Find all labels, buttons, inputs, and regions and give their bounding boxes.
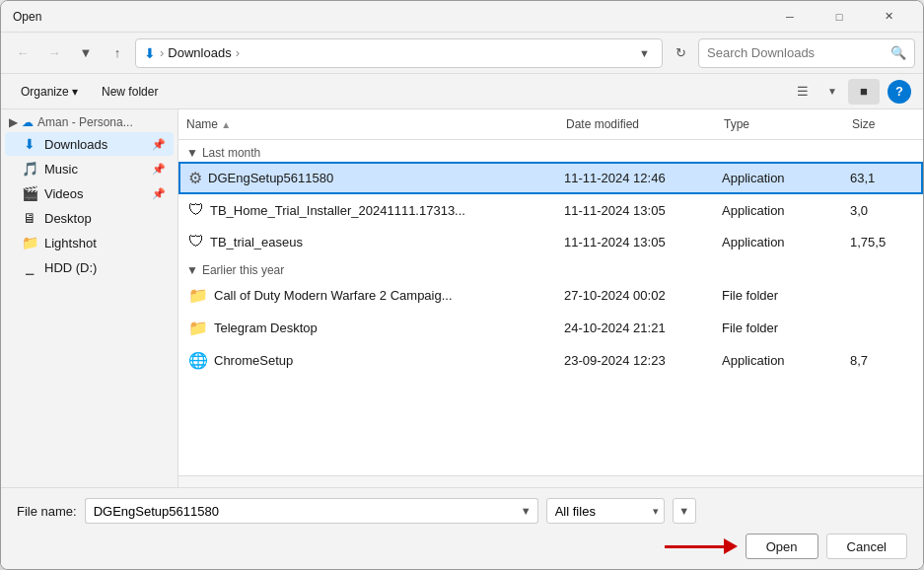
cancel-button[interactable]: Cancel bbox=[826, 534, 907, 559]
sidebar-label-music: Music bbox=[44, 162, 146, 177]
table-row[interactable]: 🛡 TB_Home_Trial_Installer_20241111.17313… bbox=[178, 194, 923, 226]
close-button[interactable]: ✕ bbox=[866, 3, 911, 31]
back-button[interactable]: ← bbox=[9, 39, 36, 67]
refresh-button[interactable]: ↻ bbox=[667, 39, 694, 67]
search-icon: 🔍 bbox=[890, 45, 906, 60]
file-cell-date: 11-11-2024 13:05 bbox=[556, 196, 714, 224]
path-separator2: › bbox=[236, 45, 240, 60]
file-area: Name ▲ Date modified Type Size ▼ Last mo… bbox=[178, 109, 923, 487]
file-name-tb1: TB_Home_Trial_Installer_20241111.17313..… bbox=[210, 203, 465, 218]
file-icon-tb2: 🛡 bbox=[188, 233, 204, 250]
horizontal-scrollbar[interactable] bbox=[178, 475, 923, 487]
file-cell-name: 🛡 TB_Home_Trial_Installer_20241111.17313… bbox=[180, 196, 556, 224]
file-cell-type: Application bbox=[714, 164, 842, 192]
sidebar-label-hdd: HDD (D:) bbox=[44, 260, 166, 275]
sidebar-item-videos[interactable]: 🎬 Videos 📌 bbox=[5, 181, 174, 205]
search-input[interactable] bbox=[707, 45, 887, 60]
desktop-icon: 🖥 bbox=[21, 210, 38, 226]
file-cell-type: Application bbox=[714, 346, 842, 375]
action-row: Open Cancel bbox=[17, 534, 907, 559]
sidebar-label-lightshot: Lightshot bbox=[44, 236, 166, 250]
sidebar-item-lightshot[interactable]: 📁 Lightshot bbox=[5, 231, 174, 254]
view-list-button[interactable]: ☰ bbox=[789, 79, 817, 105]
file-cell-size: 1,75,5 bbox=[842, 228, 921, 255]
filename-dropdown-button[interactable]: ▼ bbox=[515, 498, 538, 524]
path-separator: › bbox=[160, 45, 164, 60]
open-button[interactable]: Open bbox=[746, 534, 818, 559]
file-icon-cod: 📁 bbox=[188, 286, 208, 305]
sidebar-item-downloads[interactable]: ⬇ Downloads 📌 bbox=[5, 132, 174, 156]
view-panel-button[interactable]: ■ bbox=[848, 79, 880, 105]
address-bar[interactable]: ⬇ › Downloads › ▼ bbox=[135, 38, 663, 68]
bottom-bar: File name: ▼ All files ▼ Open Cancel bbox=[1, 487, 923, 569]
table-row[interactable]: 🌐 ChromeSetup 23-09-2024 12:23 Applicati… bbox=[178, 344, 923, 377]
file-cell-type: File folder bbox=[714, 281, 842, 310]
sort-arrow-name: ▲ bbox=[221, 119, 231, 130]
group-expand-icon: ▶ bbox=[9, 115, 18, 129]
section-last-month[interactable]: ▼ Last month bbox=[178, 140, 923, 162]
file-cell-size: 3,0 bbox=[842, 196, 921, 224]
up-button[interactable]: ↑ bbox=[104, 39, 131, 67]
section-collapse-icon2: ▼ bbox=[186, 263, 198, 277]
filename-input-group: ▼ bbox=[85, 498, 538, 524]
file-cell-date: 23-09-2024 12:23 bbox=[556, 346, 714, 375]
file-cell-size: 8,7 bbox=[842, 346, 921, 375]
organize-button[interactable]: Organize ▾ bbox=[13, 79, 86, 105]
file-cell-name: 📁 Call of Duty Modern Warfare 2 Campaig.… bbox=[180, 281, 556, 310]
table-row[interactable]: 🛡 TB_trial_easeus 11-11-2024 13:05 Appli… bbox=[178, 226, 923, 257]
table-row[interactable]: 📁 Telegram Desktop 24-10-2024 21:21 File… bbox=[178, 312, 923, 344]
col-header-size[interactable]: Size bbox=[844, 113, 923, 135]
file-icon-dgeng: ⚙ bbox=[188, 169, 202, 187]
sidebar-item-desktop[interactable]: 🖥 Desktop bbox=[5, 206, 174, 230]
recent-button[interactable]: ▼ bbox=[72, 39, 100, 67]
new-folder-button[interactable]: New folder bbox=[94, 79, 166, 105]
title-bar: Open ─ □ ✕ bbox=[1, 1, 923, 33]
arrow-line bbox=[665, 545, 724, 548]
file-cell-type: Application bbox=[714, 196, 842, 224]
filename-input[interactable] bbox=[85, 498, 515, 524]
pin-icon-music: 📌 bbox=[152, 163, 166, 176]
file-name-dgeng: DGEngSetup5611580 bbox=[208, 171, 333, 185]
file-name-tb2: TB_trial_easeus bbox=[210, 235, 303, 249]
file-cell-date: 11-11-2024 13:05 bbox=[556, 228, 714, 255]
sidebar-item-hdd[interactable]: ⎯ HDD (D:) bbox=[5, 255, 174, 279]
col-header-date[interactable]: Date modified bbox=[558, 113, 716, 135]
col-header-name[interactable]: Name ▲ bbox=[178, 113, 558, 135]
dialog-title: Open bbox=[13, 10, 41, 24]
file-cell-name: ⚙ DGEngSetup5611580 bbox=[180, 164, 556, 192]
nav-bar: ← → ▼ ↑ ⬇ › Downloads › ▼ ↻ 🔍 bbox=[1, 33, 923, 74]
section-earlier-year[interactable]: ▼ Earlier this year bbox=[178, 257, 923, 279]
address-dropdown-icon[interactable]: ▼ bbox=[635, 47, 654, 59]
sidebar-label-videos: Videos bbox=[44, 186, 146, 201]
file-cell-name: 🌐 ChromeSetup bbox=[180, 346, 556, 375]
sidebar-group-header[interactable]: ▶ ☁ Aman - Persona... bbox=[1, 109, 178, 131]
file-cell-size bbox=[842, 314, 921, 342]
pin-icon-downloads: 📌 bbox=[152, 138, 166, 151]
file-cell-size: 63,1 bbox=[842, 164, 921, 192]
file-cell-date: 24-10-2024 21:21 bbox=[556, 314, 714, 342]
filetype-dropdown-button[interactable]: ▼ bbox=[673, 498, 696, 524]
col-header-type[interactable]: Type bbox=[716, 113, 844, 135]
toolbar: Organize ▾ New folder ☰ ▼ ■ ? bbox=[1, 74, 923, 109]
file-cell-date: 11-11-2024 12:46 bbox=[556, 164, 714, 192]
file-icon-chrome: 🌐 bbox=[188, 351, 208, 370]
file-cell-date: 27-10-2024 00:02 bbox=[556, 281, 714, 310]
forward-button[interactable]: → bbox=[40, 39, 68, 67]
filetype-select[interactable]: All files bbox=[546, 498, 665, 524]
table-row[interactable]: 📁 Call of Duty Modern Warfare 2 Campaig.… bbox=[178, 279, 923, 312]
file-icon-telegram: 📁 bbox=[188, 319, 208, 337]
sidebar-label-downloads: Downloads bbox=[44, 137, 146, 152]
sidebar-item-music[interactable]: 🎵 Music 📌 bbox=[5, 157, 174, 180]
main-area: ▶ ☁ Aman - Persona... ⬇ Downloads 📌 🎵 Mu… bbox=[1, 109, 923, 487]
hdd-icon: ⎯ bbox=[21, 259, 38, 275]
file-list: ▼ Last month ⚙ DGEngSetup5611580 11-11-2… bbox=[178, 140, 923, 475]
minimize-button[interactable]: ─ bbox=[767, 3, 813, 31]
help-button[interactable]: ? bbox=[888, 80, 911, 104]
file-name-cod: Call of Duty Modern Warfare 2 Campaig... bbox=[214, 288, 453, 303]
table-row[interactable]: ⚙ DGEngSetup5611580 11-11-2024 12:46 App… bbox=[178, 162, 923, 194]
view-dropdown-button[interactable]: ▼ bbox=[818, 79, 846, 105]
section-collapse-icon: ▼ bbox=[186, 146, 198, 160]
arrow-head bbox=[724, 538, 738, 554]
file-name-chrome: ChromeSetup bbox=[214, 353, 293, 368]
maximize-button[interactable]: □ bbox=[817, 3, 862, 31]
